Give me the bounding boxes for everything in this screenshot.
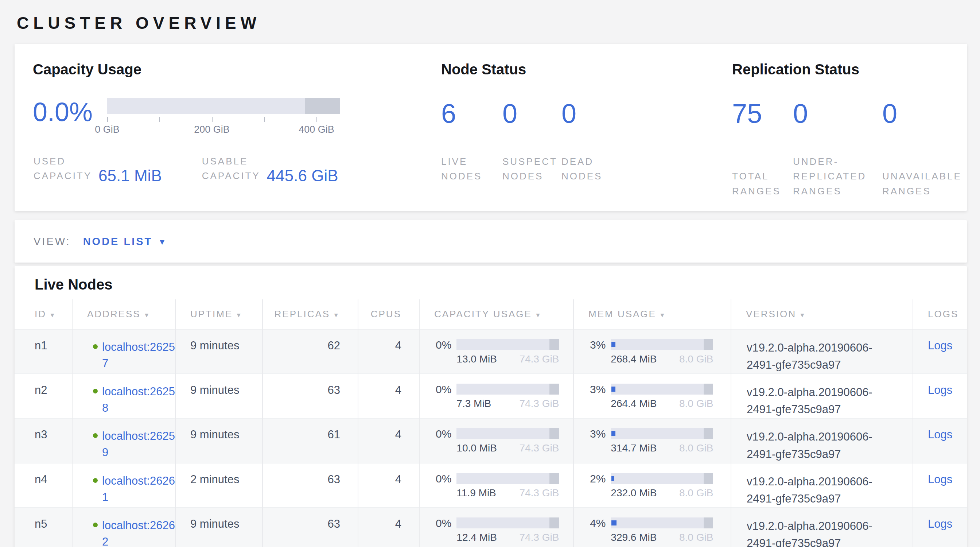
dead-nodes-label: DEAD NODES bbox=[562, 154, 602, 184]
suspect-nodes-count: 0 bbox=[503, 100, 562, 127]
node-cpus: 4 bbox=[358, 329, 419, 374]
node-cpus: 4 bbox=[358, 374, 419, 418]
capacity-usage-cell: 0% 11.9 MiB74.3 GiB bbox=[420, 473, 573, 499]
sort-caret-icon: ▼ bbox=[659, 312, 667, 319]
table-row: n1 localhost:26257 9 minutes 62 4 0% 13.… bbox=[14, 329, 967, 374]
table-row: n5 localhost:26262 9 minutes 63 4 0% 12.… bbox=[14, 507, 967, 547]
node-version: v19.2.0-alpha.20190606-2491-gfe735c9a97 bbox=[731, 463, 913, 507]
live-nodes-label: LIVE NODES bbox=[441, 154, 503, 184]
column-header-mem-usage[interactable]: MEM USAGE▼ bbox=[573, 299, 731, 329]
unavailable-ranges-label: UNAVAILABLE RANGES bbox=[882, 169, 962, 199]
live-nodes-count: 6 bbox=[441, 100, 503, 127]
mem-usage-cell: 2% 232.0 MiB8.0 GiB bbox=[574, 473, 730, 499]
column-header-address[interactable]: ADDRESS▼ bbox=[72, 299, 175, 329]
node-id: n3 bbox=[14, 418, 72, 463]
capacity-gauge-ticks bbox=[107, 117, 340, 123]
usable-capacity-label: USABLE CAPACITY bbox=[202, 154, 260, 183]
node-uptime: 2 minutes bbox=[175, 463, 262, 507]
capacity-gauge-bar bbox=[107, 98, 340, 114]
node-id: n4 bbox=[14, 463, 72, 507]
logs-link[interactable]: Logs bbox=[928, 428, 952, 441]
column-header-logs: LOGS bbox=[913, 299, 967, 329]
node-address-link[interactable]: localhost:26261 bbox=[102, 473, 175, 506]
under-replicated-ranges-label: UNDER- REPLICATED RANGES bbox=[793, 154, 882, 199]
mem-used-fill bbox=[611, 431, 616, 436]
sort-caret-icon: ▼ bbox=[235, 312, 243, 319]
live-status-dot-icon bbox=[93, 478, 98, 483]
used-capacity-stat: USED CAPACITY 65.1 MiB bbox=[33, 154, 162, 183]
live-nodes-title: Live Nodes bbox=[14, 266, 967, 299]
logs-link[interactable]: Logs bbox=[928, 473, 952, 486]
dead-nodes-count: 0 bbox=[562, 100, 576, 127]
total-ranges-count: 75 bbox=[732, 100, 793, 127]
usable-capacity-value: 445.6 GiB bbox=[267, 167, 338, 185]
column-header-version[interactable]: VERSION▼ bbox=[731, 299, 913, 329]
node-id: n5 bbox=[14, 507, 72, 547]
node-id: n1 bbox=[14, 329, 72, 374]
node-replicas: 63 bbox=[262, 463, 358, 507]
mem-used-fill bbox=[611, 342, 616, 347]
used-capacity-label: USED CAPACITY bbox=[33, 154, 92, 183]
column-header-id[interactable]: ID▼ bbox=[14, 299, 72, 329]
sort-caret-icon: ▼ bbox=[49, 312, 57, 319]
live-status-dot-icon bbox=[93, 344, 98, 349]
table-row: n4 localhost:26261 2 minutes 63 4 0% 11.… bbox=[14, 463, 967, 507]
sort-caret-icon: ▼ bbox=[333, 312, 340, 319]
node-replicas: 61 bbox=[262, 418, 358, 463]
chevron-down-icon: ▼ bbox=[158, 238, 166, 246]
node-list-select[interactable]: NODE LIST ▼ bbox=[83, 235, 166, 248]
live-nodes-table: ID▼ ADDRESS▼ UPTIME▼ REPLICAS▼ CPUS CAPA… bbox=[14, 299, 967, 547]
axis-tick-label: 200 GiB bbox=[194, 124, 230, 135]
node-address-link[interactable]: localhost:26257 bbox=[102, 339, 175, 372]
column-header-capacity-usage[interactable]: CAPACITY USAGE▼ bbox=[419, 299, 573, 329]
column-header-uptime[interactable]: UPTIME▼ bbox=[175, 299, 262, 329]
mem-bar bbox=[611, 384, 713, 394]
live-nodes-card: Live Nodes ID▼ ADDRESS▼ UPTIME▼ REPLICAS… bbox=[14, 266, 967, 547]
capacity-bar bbox=[457, 339, 559, 350]
mem-used-fill bbox=[611, 476, 614, 481]
node-version: v19.2.0-alpha.20190606-2491-gfe735c9a97 bbox=[731, 329, 913, 374]
capacity-usage-section: Capacity Usage 0.0% 0 GiB bbox=[33, 61, 441, 211]
mem-bar bbox=[611, 428, 713, 439]
node-status-title: Node Status bbox=[441, 61, 732, 78]
capacity-usage-cell: 0% 7.3 MiB74.3 GiB bbox=[420, 384, 573, 410]
capacity-bar bbox=[457, 384, 559, 394]
capacity-usage-title: Capacity Usage bbox=[33, 61, 441, 78]
replication-status-title: Replication Status bbox=[732, 61, 967, 78]
usable-capacity-stat: USABLE CAPACITY 445.6 GiB bbox=[202, 154, 338, 183]
node-status-section: Node Status 6 0 0 LIVE NODES SUSPECT NOD… bbox=[441, 61, 732, 211]
page-title: CLUSTER OVERVIEW bbox=[17, 13, 967, 33]
view-selector-bar: VIEW: NODE LIST ▼ bbox=[14, 220, 967, 262]
logs-link[interactable]: Logs bbox=[928, 384, 952, 396]
capacity-usage-cell: 0% 13.0 MiB74.3 GiB bbox=[420, 339, 573, 365]
live-status-dot-icon bbox=[93, 433, 98, 438]
mem-bar bbox=[611, 473, 713, 484]
replication-status-section: Replication Status 75 0 0 TOTAL RANGES U… bbox=[732, 61, 967, 211]
total-ranges-label: TOTAL RANGES bbox=[732, 169, 793, 199]
node-cpus: 4 bbox=[358, 507, 419, 547]
capacity-gauge: 0 GiB 200 GiB 400 GiB bbox=[107, 98, 340, 136]
node-address-link[interactable]: localhost:26262 bbox=[102, 517, 175, 547]
node-id: n2 bbox=[14, 374, 72, 418]
axis-tick-label: 0 GiB bbox=[95, 124, 119, 135]
logs-link[interactable]: Logs bbox=[928, 517, 952, 530]
node-cpus: 4 bbox=[358, 463, 419, 507]
sort-caret-icon: ▼ bbox=[799, 312, 807, 319]
used-capacity-value: 65.1 MiB bbox=[99, 167, 162, 185]
mem-used-fill bbox=[611, 520, 617, 525]
node-uptime: 9 minutes bbox=[175, 507, 262, 547]
live-status-dot-icon bbox=[93, 523, 98, 527]
node-address-link[interactable]: localhost:26259 bbox=[102, 428, 175, 461]
mem-usage-cell: 4% 329.6 MiB8.0 GiB bbox=[574, 517, 730, 543]
node-version: v19.2.0-alpha.20190606-2491-gfe735c9a97 bbox=[731, 374, 913, 418]
cluster-summary-card: Capacity Usage 0.0% 0 GiB bbox=[14, 44, 967, 211]
mem-used-fill bbox=[611, 386, 616, 392]
capacity-used-percent: 0.0% bbox=[33, 99, 92, 125]
capacity-usage-cell: 0% 12.4 MiB74.3 GiB bbox=[420, 517, 573, 543]
column-header-cpus: CPUS bbox=[358, 299, 419, 329]
node-address-link[interactable]: localhost:26258 bbox=[102, 384, 175, 417]
logs-link[interactable]: Logs bbox=[928, 339, 952, 352]
table-row: n2 localhost:26258 9 minutes 63 4 0% 7.3… bbox=[14, 374, 967, 418]
column-header-replicas[interactable]: REPLICAS▼ bbox=[262, 299, 358, 329]
unavailable-ranges-count: 0 bbox=[882, 100, 897, 127]
